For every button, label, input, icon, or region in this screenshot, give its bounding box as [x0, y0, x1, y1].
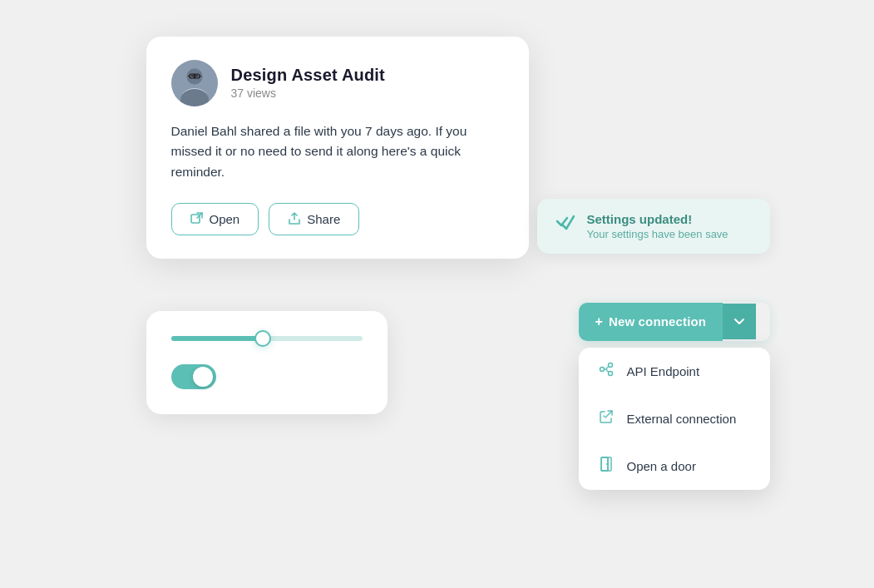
api-endpoint-icon	[597, 361, 615, 382]
settings-toast: Settings updated! Your settings have bee…	[537, 199, 770, 254]
card-actions: Open Share	[171, 203, 504, 235]
plus-icon: +	[595, 314, 604, 329]
svg-point-13	[600, 367, 604, 371]
toast-description: Your settings have been save	[587, 228, 728, 240]
title-group: Design Asset Audit 37 views	[231, 66, 385, 100]
card-subtitle: 37 views	[231, 86, 385, 100]
svg-point-5	[190, 74, 193, 77]
svg-point-6	[195, 74, 198, 77]
menu-item-api-endpoint[interactable]: API Endpoint	[579, 348, 770, 395]
file-share-card: Design Asset Audit 37 views Daniel Bahl …	[146, 37, 529, 259]
slider-card	[146, 311, 388, 414]
dropdown-menu: API Endpoint External connection	[579, 348, 770, 490]
open-door-icon	[597, 456, 615, 477]
open-button[interactable]: Open	[171, 203, 259, 235]
avatar	[171, 60, 218, 106]
menu-item-open-door[interactable]: Open a door	[579, 442, 770, 490]
slider-fill	[171, 336, 263, 341]
new-connection-button[interactable]: + New connection	[579, 303, 723, 341]
toast-title: Settings updated!	[587, 212, 728, 226]
card-body-text: Daniel Bahl shared a file with you 7 day…	[171, 121, 504, 183]
toggle-switch[interactable]	[171, 364, 216, 389]
open-icon	[190, 212, 204, 225]
open-door-label: Open a door	[627, 459, 696, 473]
share-icon	[288, 212, 301, 225]
toast-content: Settings updated! Your settings have bee…	[587, 212, 728, 240]
dropdown-arrow-button[interactable]	[723, 304, 756, 339]
chevron-down-icon	[734, 315, 744, 328]
share-button[interactable]: Share	[269, 203, 359, 235]
new-connection-label: New connection	[609, 314, 706, 329]
api-endpoint-label: API Endpoint	[627, 364, 700, 378]
slider-thumb[interactable]	[254, 330, 271, 347]
new-connection-dropdown: + New connection	[579, 303, 770, 490]
card-header: Design Asset Audit 37 views	[171, 60, 504, 106]
toggle-wrap	[171, 364, 363, 389]
card-title: Design Asset Audit	[231, 66, 385, 85]
toggle-knob	[193, 367, 213, 387]
slider-track[interactable]	[171, 336, 363, 341]
dropdown-trigger: + New connection	[579, 303, 770, 341]
menu-item-external-connection[interactable]: External connection	[579, 395, 770, 442]
check-icon	[556, 213, 577, 236]
external-connection-label: External connection	[627, 412, 737, 426]
external-connection-icon	[597, 408, 615, 429]
